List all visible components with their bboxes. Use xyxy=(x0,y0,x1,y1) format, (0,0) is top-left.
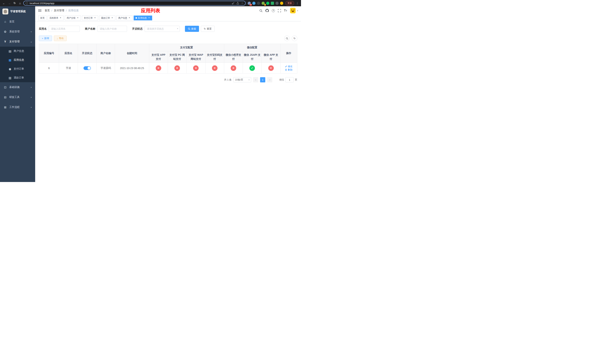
sidebar-item-label: 基础设施 xyxy=(9,86,20,89)
back-icon[interactable]: ← xyxy=(2,2,6,5)
refresh-table-button[interactable]: ↻ xyxy=(292,36,297,41)
breadcrumb-home[interactable]: 首页 xyxy=(45,9,50,12)
reload-icon[interactable]: ↻ xyxy=(13,1,17,5)
merchant-name-label: 商户名称 xyxy=(85,27,95,31)
sidebar-item-infrastructure[interactable]: ⊡ 基础设施 ▾ xyxy=(0,82,35,92)
profile-avatar-icon[interactable] xyxy=(280,2,283,5)
sidebar-item-app-info[interactable]: ▦ 应用信息 xyxy=(0,55,35,64)
current-page-button[interactable]: 1 xyxy=(260,77,265,82)
fullscreen-icon[interactable] xyxy=(278,9,281,12)
tab-pay-orders[interactable]: 支付订单 × xyxy=(82,16,98,20)
url-text[interactable]: localhost:1024/pay/app xyxy=(30,2,54,5)
edit-link[interactable]: 修改 xyxy=(285,65,292,68)
export-button[interactable]: ↓ 导出 xyxy=(54,36,67,41)
sidebar-item-refund-orders[interactable]: ▥ 退款订单 xyxy=(0,73,35,82)
extension-icon-1[interactable]: 10 xyxy=(248,2,251,5)
toggle-search-button[interactable] xyxy=(284,36,290,41)
sidebar-item-label: 商户信息 xyxy=(14,49,24,53)
search-icon xyxy=(188,28,190,30)
sidebar-item-home[interactable]: ⌂ 首页 xyxy=(0,17,35,27)
sidebar-item-system[interactable]: ⚙ 系统管理 ▾ xyxy=(0,27,35,37)
tab-process-form[interactable]: 流程表单 × xyxy=(48,16,64,20)
home-icon: ⌂ xyxy=(3,20,7,23)
page-title: 应用列表 xyxy=(141,7,160,14)
tab-refund-orders[interactable]: 退款订单 × xyxy=(99,16,115,20)
col-created: 创建时间 xyxy=(115,44,149,63)
avatar-caret-icon[interactable]: ▾ xyxy=(297,10,298,12)
col-wx-jsapi: 微信 JSAPI 支付 xyxy=(243,51,262,63)
help-icon[interactable]: ? xyxy=(272,9,275,12)
close-icon[interactable]: × xyxy=(111,17,113,19)
tags-view-bar: 首页 流程表单 × 用户分组 × 支付订单 × 退款订单 × 商户信息 × xyxy=(35,15,301,21)
refresh-icon: ↻ xyxy=(293,37,296,40)
user-avatar[interactable] xyxy=(290,8,296,13)
sidebar-item-pay-orders[interactable]: ◉ 支付订单 xyxy=(0,64,35,73)
col-alipay-qr: 支付宝扫码支付 xyxy=(205,51,224,63)
extension-icon-7[interactable] xyxy=(275,2,279,5)
tab-user-group[interactable]: 用户分组 × xyxy=(65,16,81,20)
share-icon[interactable] xyxy=(236,2,239,5)
cell-status xyxy=(78,63,97,74)
delete-link[interactable]: 删除 xyxy=(285,68,292,72)
close-icon[interactable]: × xyxy=(128,17,131,19)
sidebar-item-workflow[interactable]: ⊞ 工作流程 ▾ xyxy=(0,102,35,112)
goto-page-input[interactable] xyxy=(285,77,294,82)
extension-icon-6[interactable] xyxy=(271,2,274,5)
merchant-name-input[interactable] xyxy=(97,26,127,32)
breadcrumb-payment[interactable]: 支付管理 xyxy=(54,9,64,12)
forward-icon[interactable]: → xyxy=(7,2,11,5)
sidebar-collapse-icon[interactable] xyxy=(38,10,42,12)
sidebar-item-dev-tools[interactable]: ⊟ 研发工具 ▾ xyxy=(0,92,35,102)
sidebar-item-label: 支付订单 xyxy=(14,67,24,71)
search-form: 应用名 商户名称 开启状态 ▾ 搜索 xyxy=(39,26,297,32)
extension-icon-3[interactable] xyxy=(257,2,260,5)
tools-icon: ⊟ xyxy=(3,96,7,99)
extension-icon-2[interactable] xyxy=(252,2,256,5)
tab-label: 应用信息 xyxy=(138,16,147,20)
status-select[interactable]: ▾ xyxy=(145,26,180,32)
status-label: 开启状态 xyxy=(132,27,142,31)
tab-merchant-info[interactable]: 商户信息 × xyxy=(117,16,133,20)
tab-label: 支付订单 xyxy=(84,16,93,20)
tab-app-info[interactable]: 应用信息 × xyxy=(134,16,152,20)
chevron-down-icon: ▾ xyxy=(31,96,32,98)
search-button[interactable]: 搜索 xyxy=(185,26,199,32)
flow-icon: ⊞ xyxy=(3,106,7,109)
extension-icon-4[interactable]: 1 xyxy=(262,2,265,5)
url-bar[interactable]: i localhost:1024/pay/app ☆ xyxy=(23,1,246,6)
chrome-update-button[interactable]: 更新 xyxy=(285,1,294,6)
col-app-name: 应用名 xyxy=(59,44,78,63)
close-icon[interactable]: × xyxy=(94,17,96,19)
close-icon[interactable]: × xyxy=(59,17,62,19)
extension-icon-5[interactable] xyxy=(266,2,269,5)
bookmark-star-icon[interactable]: ☆ xyxy=(241,2,243,5)
app-title: 芋道管理系统 xyxy=(10,10,26,13)
grid-icon: ▦ xyxy=(8,58,12,62)
browser-home-icon[interactable]: ⌂ xyxy=(18,2,22,5)
close-icon[interactable]: × xyxy=(76,17,79,19)
sidebar-item-label: 首页 xyxy=(9,20,14,23)
page-size-select[interactable]: 10条/页 ▾ xyxy=(233,77,251,82)
table-row: 6 芋道 芋道源码 2021-10-23 08:49:25 × × × × × … xyxy=(39,63,297,74)
col-alipay-app: 支付宝 APP 支付 xyxy=(149,51,168,63)
status-toggle[interactable] xyxy=(84,66,91,70)
add-button[interactable]: + 新增 xyxy=(39,36,52,41)
download-icon: ↓ xyxy=(57,37,58,40)
sidebar-item-merchant-info[interactable]: ▤ 商户信息 xyxy=(0,47,35,55)
extension-badge: 1 xyxy=(264,4,266,6)
close-icon[interactable]: × xyxy=(148,17,150,19)
key-icon[interactable] xyxy=(232,2,235,5)
prev-page-button[interactable]: < xyxy=(253,77,258,82)
sidebar-item-payment[interactable]: ¥ 支付管理 ▴ xyxy=(0,37,35,47)
page-info-icon[interactable]: i xyxy=(26,2,28,4)
sidebar: 芋道管理系统 ⌂ 首页 ⚙ 系统管理 ▾ ¥ 支付管理 ▴ ▤ 商户信息 ▦ 应… xyxy=(0,6,35,182)
github-icon[interactable] xyxy=(266,9,269,12)
next-page-button[interactable]: > xyxy=(267,77,272,82)
reset-button[interactable]: ↻ 重置 xyxy=(201,26,215,32)
browser-menu-icon[interactable]: ⋮ xyxy=(295,2,299,5)
search-icon[interactable] xyxy=(259,9,262,12)
font-size-icon[interactable]: TT xyxy=(284,9,287,12)
tab-home[interactable]: 首页 xyxy=(38,16,46,20)
app-name-input[interactable] xyxy=(49,26,80,32)
status-select-input[interactable] xyxy=(145,26,180,32)
